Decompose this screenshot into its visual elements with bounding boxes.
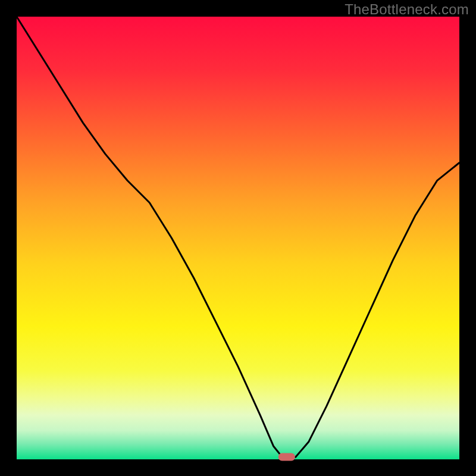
chart-svg — [0, 0, 476, 476]
watermark-text: TheBottleneck.com — [345, 1, 469, 18]
bottleneck-chart: TheBottleneck.com — [0, 0, 476, 476]
plot-area — [17, 17, 459, 459]
optimal-marker — [278, 453, 295, 461]
